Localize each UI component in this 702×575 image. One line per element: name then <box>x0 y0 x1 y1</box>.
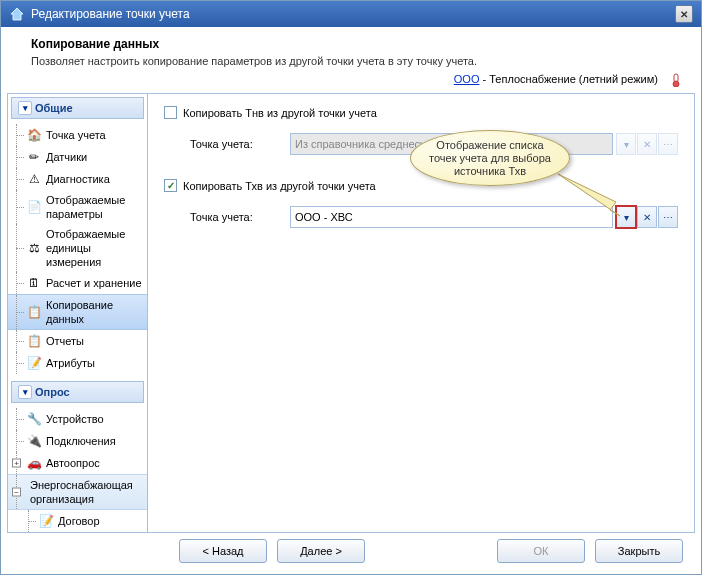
copy-thv-checkbox[interactable] <box>164 179 177 192</box>
sidebar-item-copy-data[interactable]: 📋Копирование данных <box>8 294 147 330</box>
copy-tnv-row: Копировать Тнв из другой точки учета <box>164 106 678 119</box>
sidebar-item-device[interactable]: 🔧Устройство <box>8 408 147 430</box>
tooltip-callout: Отображение списка точек учета для выбор… <box>410 130 580 204</box>
sidebar: ▾ Общие 🏠Точка учета ✏Датчики ⚠Диагности… <box>8 94 148 532</box>
pencil-icon: ✏ <box>26 149 42 165</box>
tnv-clear-button: ✕ <box>637 133 657 155</box>
tnv-dropdown-button: ▾ <box>616 133 636 155</box>
copy-tnv-checkbox[interactable] <box>164 106 177 119</box>
close-dialog-button[interactable]: Закрыть <box>595 539 683 563</box>
tnv-point-label: Точка учета: <box>190 138 290 150</box>
context-suffix: - Теплоснабжение (летний режим) <box>479 73 657 85</box>
tree-poll: 🔧Устройство 🔌Подключения +🚗Автоопрос −Эн… <box>8 406 147 532</box>
sidebar-item-calc-storage[interactable]: 🗓Расчет и хранение <box>8 272 147 294</box>
collapse-icon: ▾ <box>18 385 32 399</box>
thv-point-label: Точка учета: <box>190 211 290 223</box>
thv-clear-button[interactable]: ✕ <box>637 206 657 228</box>
tree-general: 🏠Точка учета ✏Датчики ⚠Диагностика 📄Отоб… <box>8 122 147 378</box>
sidebar-item-point[interactable]: 🏠Точка учета <box>8 124 147 146</box>
sidebar-group-general[interactable]: ▾ Общие <box>11 97 144 119</box>
collapse-icon: ▾ <box>18 101 32 115</box>
next-button[interactable]: Далее > <box>277 539 365 563</box>
sidebar-item-energy-org[interactable]: −Энергоснабжающая организация <box>8 474 147 510</box>
context-link[interactable]: ООО <box>454 73 480 85</box>
wrench-icon: 🔧 <box>26 411 42 427</box>
clipboard-icon: 📋 <box>26 304 42 320</box>
sidebar-item-attributes[interactable]: 📝Атрибуты <box>8 352 147 374</box>
note-icon: 📝 <box>38 513 54 529</box>
ok-button: ОК <box>497 539 585 563</box>
button-bar: < Назад Далее > ОК Закрыть <box>1 528 701 574</box>
page-title: Копирование данных <box>31 37 681 51</box>
plug-icon: 🔌 <box>26 433 42 449</box>
titlebar: Редактирование точки учета ✕ <box>1 1 701 27</box>
thv-dropdown-button[interactable]: ▾ <box>616 206 636 228</box>
clipboard-icon: 📋 <box>26 333 42 349</box>
copy-thv-label: Копировать Тхв из другой точки учета <box>183 180 376 192</box>
page-icon: 📄 <box>26 199 42 215</box>
expand-icon[interactable]: + <box>12 459 21 468</box>
page-subtitle: Позволяет настроить копирование параметр… <box>31 55 681 67</box>
sidebar-item-reports[interactable]: 📋Отчеты <box>8 330 147 352</box>
close-button[interactable]: ✕ <box>675 5 693 23</box>
callout-bubble: Отображение списка точек учета для выбор… <box>410 130 570 186</box>
sidebar-item-display-params[interactable]: 📄Отображаемые параметры <box>8 190 147 224</box>
context-bar: ООО - Теплоснабжение (летний режим) <box>1 73 701 93</box>
body-area: ▾ Общие 🏠Точка учета ✏Датчики ⚠Диагности… <box>7 93 695 533</box>
calendar-icon: 🗓 <box>26 275 42 291</box>
home-icon <box>9 6 25 22</box>
sidebar-item-diagnostics[interactable]: ⚠Диагностика <box>8 168 147 190</box>
svg-point-1 <box>673 81 679 87</box>
thv-more-button[interactable]: ⋯ <box>658 206 678 228</box>
sidebar-item-autopoll[interactable]: +🚗Автоопрос <box>8 452 147 474</box>
back-button[interactable]: < Назад <box>179 539 267 563</box>
thermometer-icon <box>669 73 681 87</box>
sidebar-item-sensors[interactable]: ✏Датчики <box>8 146 147 168</box>
house-icon: 🏠 <box>26 127 42 143</box>
sidebar-item-connections[interactable]: 🔌Подключения <box>8 430 147 452</box>
warning-icon: ⚠ <box>26 171 42 187</box>
window: Редактирование точки учета ✕ Копирование… <box>0 0 702 575</box>
window-title: Редактирование точки учета <box>31 7 675 21</box>
balance-icon: ⚖ <box>26 240 42 256</box>
car-icon: 🚗 <box>26 455 42 471</box>
sidebar-group-poll[interactable]: ▾ Опрос <box>11 381 144 403</box>
content-panel: Копировать Тнв из другой точки учета Точ… <box>148 94 694 532</box>
expand-icon[interactable]: − <box>12 488 21 497</box>
copy-tnv-label: Копировать Тнв из другой точки учета <box>183 107 377 119</box>
note-icon: 📝 <box>26 355 42 371</box>
tnv-more-button: ⋯ <box>658 133 678 155</box>
sidebar-item-display-units[interactable]: ⚖Отображаемые единицы измерения <box>8 224 147 272</box>
header-area: Копирование данных Позволяет настроить к… <box>1 27 701 73</box>
